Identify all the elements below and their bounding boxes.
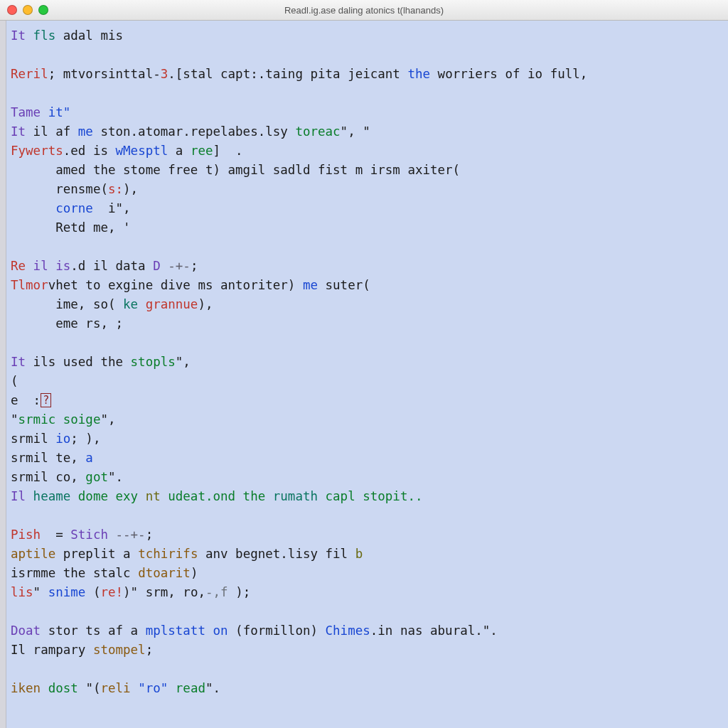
tok: ): [191, 566, 198, 580]
tok: srmil te,: [11, 451, 85, 465]
tok: .d il data: [70, 259, 153, 273]
tok: =: [55, 528, 70, 542]
tok: toreac: [295, 124, 340, 139]
tok: grannue: [146, 297, 198, 311]
tok: it": [48, 105, 71, 119]
tok: ", ": [341, 124, 370, 139]
tok: ; mtvorsinttal-: [48, 67, 161, 81]
tok: It: [11, 28, 33, 43]
tok: ",: [176, 355, 191, 369]
tok: );: [235, 585, 250, 599]
tok: ree: [191, 144, 213, 158]
tok: (: [93, 585, 101, 599]
titlebar: Readl.ig.ase daling atonics t(lhanands): [0, 0, 728, 21]
tok: Doat: [11, 623, 48, 638]
tok: ": [33, 585, 48, 599]
tok: srmil: [11, 432, 55, 446]
tok: ".: [108, 470, 123, 484]
tok: Reril: [11, 67, 48, 81]
gutter: [0, 21, 6, 728]
tok: ),: [123, 182, 138, 196]
tok: Retd me, ': [11, 220, 131, 235]
app-window: Readl.ig.ase daling atonics t(lhanands) …: [0, 0, 728, 728]
tok: -+-: [168, 259, 191, 273]
tok: "ro": [138, 681, 176, 695]
tok: D: [153, 259, 168, 273]
tok: ils used the: [33, 355, 131, 369]
tok: .ed is: [63, 144, 116, 158]
tok: mplstatt on: [146, 623, 235, 638]
tok: 3: [161, 67, 168, 81]
tok: dtoarit: [138, 566, 191, 580]
tok: aptile: [11, 547, 63, 561]
tok: rumath: [273, 489, 326, 503]
tok: read: [176, 681, 205, 695]
tok: Stich: [70, 528, 115, 542]
tok: stor ts af a: [48, 623, 146, 638]
tok: adal mis: [63, 28, 123, 43]
tok: snime: [48, 585, 93, 599]
tok: ] .: [213, 144, 243, 158]
tok: ),: [198, 297, 213, 311]
tok: .in nas abural.".: [370, 623, 498, 638]
tok: io: [55, 432, 70, 446]
tok: Tame: [11, 105, 48, 119]
tok: i",: [108, 201, 131, 215]
tok: suter(: [326, 278, 370, 292]
tok: nt: [146, 489, 168, 503]
tok: il is: [33, 259, 71, 273]
tok: il af: [33, 124, 78, 139]
tok: Il: [11, 489, 33, 503]
tok: ston.atomar.repelabes.lsy: [100, 124, 295, 139]
tok: Pish: [11, 528, 55, 542]
tok: Il rampary: [11, 643, 93, 657]
tok: lis: [11, 585, 33, 599]
tok: got: [85, 470, 108, 484]
code-content[interactable]: It fls adal mis Reril; mtvorsinttal-3.[s…: [11, 26, 721, 698]
tok: re!: [100, 585, 123, 599]
tok: ; ),: [70, 432, 100, 446]
tok: the: [407, 67, 437, 81]
tok: anv begnet.lisy fil: [205, 547, 355, 561]
tok: -,f: [205, 585, 235, 599]
tok: me: [303, 278, 326, 292]
tok: corne: [55, 201, 108, 215]
editor-pane: It fls adal mis Reril; mtvorsinttal-3.[s…: [0, 21, 728, 728]
tok: a: [176, 144, 191, 158]
tok: srmic soige: [18, 412, 101, 427]
tok: stompel: [93, 643, 146, 657]
tok: "(: [85, 681, 100, 695]
window-title: Readl.ig.ase daling atonics t(lhanands): [0, 5, 728, 16]
code-area[interactable]: It fls adal mis Reril; mtvorsinttal-3.[s…: [6, 21, 728, 728]
tok: (formillon): [235, 623, 325, 638]
tok: ime, so(: [11, 297, 123, 311]
tok: (: [11, 374, 18, 388]
tok: ".: [205, 681, 220, 695]
tok: worriers of io full,: [438, 67, 588, 81]
tok: dost: [48, 681, 86, 695]
tok: preplit a: [63, 547, 138, 561]
tok: ": [11, 412, 18, 427]
tok: isrmme the stalc: [11, 566, 138, 580]
tok: heame: [33, 489, 78, 503]
tok: me: [78, 124, 101, 139]
tok: e :: [11, 393, 41, 407]
tok: srmil co,: [11, 470, 85, 484]
tok: ",: [100, 412, 115, 427]
tok: ;: [191, 259, 198, 273]
tok: dome exy: [78, 489, 146, 503]
error-marker-icon: ?: [41, 393, 51, 407]
tok: fls: [33, 28, 63, 43]
tok: Chimes: [326, 623, 370, 638]
tok: --+-: [116, 528, 146, 542]
tok: It: [11, 124, 33, 139]
tok: b: [355, 547, 363, 561]
tok: iken: [11, 681, 48, 695]
tok: Fywerts: [11, 144, 63, 158]
tok: capl stopit..: [326, 489, 423, 503]
tok: stopls: [131, 355, 176, 369]
tok: vhet to exgine dive ms antoriter): [48, 278, 303, 292]
tok: It: [11, 355, 33, 369]
tok: tchirifs: [138, 547, 205, 561]
tok: ;: [146, 528, 154, 542]
